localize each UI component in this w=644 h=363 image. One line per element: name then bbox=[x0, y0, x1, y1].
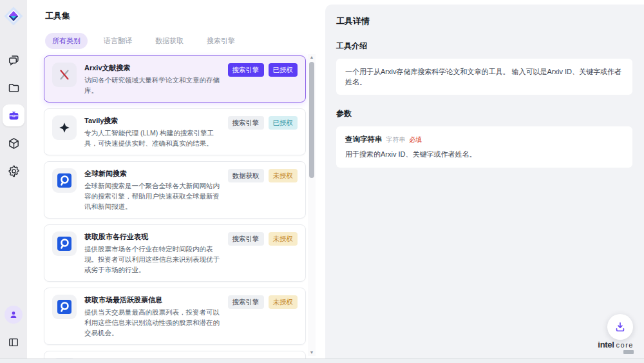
tool-icon bbox=[52, 115, 77, 140]
tool-card[interactable]: 获取市场最活跃股票信息 提供当天交易量最高的股票列表，投资者可以利用这些信息来识… bbox=[44, 288, 306, 345]
qnews-icon bbox=[56, 299, 73, 315]
download-icon bbox=[614, 320, 627, 333]
sidebar-item-files[interactable] bbox=[3, 77, 24, 99]
window-bottom-edge bbox=[0, 358, 644, 363]
tool-category-badge: 数据获取 bbox=[228, 169, 264, 182]
tab-translate[interactable]: 语言翻译 bbox=[97, 33, 139, 49]
tools-panel: 工具集 所有类别语言翻译数据获取搜索引擎 Arxiv文献搜索 访问各个研究领域大… bbox=[27, 0, 325, 358]
params-heading: 参数 bbox=[336, 108, 632, 119]
sidebar-item-packages[interactable] bbox=[3, 132, 24, 154]
details-title: 工具详情 bbox=[336, 15, 632, 27]
tool-card[interactable]: 全球新闻搜索 全球新闻搜索是一个聚合全球各大新闻网站内容的搜索引擎，帮助用户快速… bbox=[44, 161, 306, 219]
tool-title: Arxiv文献搜索 bbox=[84, 63, 220, 73]
tool-card[interactable]: Tavily搜索 专为人工智能代理 (LLM) 构建的搜索引擎工具，可快速提供实… bbox=[44, 108, 306, 155]
scrollbar-track[interactable] bbox=[308, 61, 315, 349]
param-required-flag: 必填 bbox=[410, 135, 422, 144]
category-tabs: 所有类别语言翻译数据获取搜索引擎 bbox=[45, 33, 325, 49]
app-logo[interactable] bbox=[4, 6, 23, 26]
tool-description: 提供当天交易量最高的股票列表，投资者可以利用这些信息来识别流动性强的股票和潜在的… bbox=[84, 307, 220, 338]
scrollbar-thumb[interactable] bbox=[309, 62, 314, 178]
intro-text: 一个用于从Arxiv存储库搜索科学论文和文章的工具。 输入可以是Arxiv ID… bbox=[336, 59, 632, 95]
tool-title: Tavily搜索 bbox=[84, 115, 220, 126]
tool-description: 专为人工智能代理 (LLM) 构建的搜索引擎工具，可快速提供实时、准确和真实的结… bbox=[84, 128, 220, 148]
panel-icon bbox=[7, 336, 20, 349]
tool-description: 全球新闻搜索是一个聚合全球各大新闻网站内容的搜索引擎，帮助用户快速获取全球最新资… bbox=[84, 181, 220, 211]
tool-auth-badge: 已授权 bbox=[269, 63, 298, 77]
tavily-icon bbox=[57, 121, 71, 135]
tool-icon bbox=[52, 231, 77, 256]
intro-heading: 工具介绍 bbox=[336, 41, 632, 52]
folder-icon bbox=[7, 81, 21, 95]
tool-category-badge: 搜索引擎 bbox=[228, 295, 264, 309]
settings-icon bbox=[7, 164, 21, 178]
tool-category-badge: 搜索引擎 bbox=[228, 63, 264, 77]
chat-icon bbox=[7, 54, 21, 67]
param-item: 查询字符串 字符串 必填 用于搜索的Arxiv ID、关键字或作者姓名。 bbox=[336, 126, 632, 168]
tool-description: 访问各个研究领域大量科学论文和文章的存储库。 bbox=[84, 75, 220, 95]
app-window: 工具集 所有类别语言翻译数据获取搜索引擎 Arxiv文献搜索 访问各个研究领域大… bbox=[0, 0, 644, 358]
tool-icon bbox=[52, 168, 77, 193]
sidebar bbox=[0, 0, 27, 358]
qnews-icon bbox=[56, 172, 73, 189]
tab-all[interactable]: 所有类别 bbox=[45, 33, 88, 49]
qnews-icon bbox=[56, 235, 73, 252]
details-panel: 工具详情 工具介绍 一个用于从Arxiv存储库搜索科学论文和文章的工具。 输入可… bbox=[325, 0, 644, 358]
tool-card[interactable]: Arxiv文献搜索 访问各个研究领域大量科学论文和文章的存储库。 搜索引擎 已授… bbox=[44, 55, 306, 103]
tool-auth-badge: 未授权 bbox=[269, 232, 298, 246]
tool-card-list: Arxiv文献搜索 访问各个研究领域大量科学论文和文章的存储库。 搜索引擎 已授… bbox=[44, 55, 306, 358]
param-name: 查询字符串 bbox=[345, 135, 383, 144]
tool-description: 提供股票市场各个行业在特定时间段内的表现。投资者可以利用这些信息来识别表现优于或… bbox=[84, 244, 220, 275]
tool-auth-badge: 未授权 bbox=[269, 169, 298, 182]
sidebar-item-settings[interactable] bbox=[3, 160, 24, 182]
scroll-up-icon[interactable]: ▲ bbox=[310, 54, 314, 61]
sidebar-item-chat[interactable] bbox=[3, 49, 24, 71]
arxiv-icon bbox=[57, 68, 71, 82]
scroll-down-icon[interactable]: ▼ bbox=[310, 349, 314, 356]
tab-data[interactable]: 数据获取 bbox=[148, 33, 191, 49]
sidebar-item-panel-toggle[interactable] bbox=[3, 331, 24, 353]
download-button[interactable] bbox=[607, 314, 633, 340]
tool-title: 获取市场最活跃股票信息 bbox=[84, 295, 220, 305]
tool-title: 获取股市各行业表现 bbox=[84, 231, 220, 242]
param-list: 查询字符串 字符串 必填 用于搜索的Arxiv ID、关键字或作者姓名。 bbox=[336, 126, 632, 168]
tool-card[interactable]: 万维地区新闻查询 查询具体行政区划内的新闻，快速了解各地新闻动态。 搜索引擎 未… bbox=[44, 351, 306, 358]
tool-icon bbox=[52, 63, 77, 87]
tools-panel-title: 工具集 bbox=[45, 10, 325, 22]
tool-category-badge: 搜索引擎 bbox=[228, 116, 264, 130]
user-avatar[interactable] bbox=[5, 306, 23, 324]
toolbox-icon bbox=[7, 109, 21, 123]
intel-core-logo: intel core bbox=[598, 340, 634, 354]
param-description: 用于搜索的Arxiv ID、关键字或作者姓名。 bbox=[345, 150, 623, 159]
param-type: 字符串 bbox=[386, 135, 406, 144]
tool-auth-badge: 已授权 bbox=[269, 116, 298, 130]
list-scrollbar: ▲ ▼ bbox=[308, 54, 316, 356]
cube-icon bbox=[7, 137, 21, 150]
tool-title: 全球新闻搜索 bbox=[84, 168, 220, 179]
brand-core: core bbox=[616, 342, 634, 349]
sidebar-item-tools[interactable] bbox=[3, 104, 24, 126]
intel-core-badge-icon bbox=[623, 350, 634, 354]
user-icon bbox=[8, 309, 19, 320]
tool-icon bbox=[52, 295, 77, 319]
tab-search[interactable]: 搜索引擎 bbox=[200, 33, 242, 49]
brand-intel: intel bbox=[598, 340, 614, 349]
tool-category-badge: 搜索引擎 bbox=[228, 232, 264, 246]
tool-card[interactable]: 获取股市各行业表现 提供股票市场各个行业在特定时间段内的表现。投资者可以利用这些… bbox=[44, 224, 306, 282]
tool-auth-badge: 未授权 bbox=[269, 295, 298, 309]
